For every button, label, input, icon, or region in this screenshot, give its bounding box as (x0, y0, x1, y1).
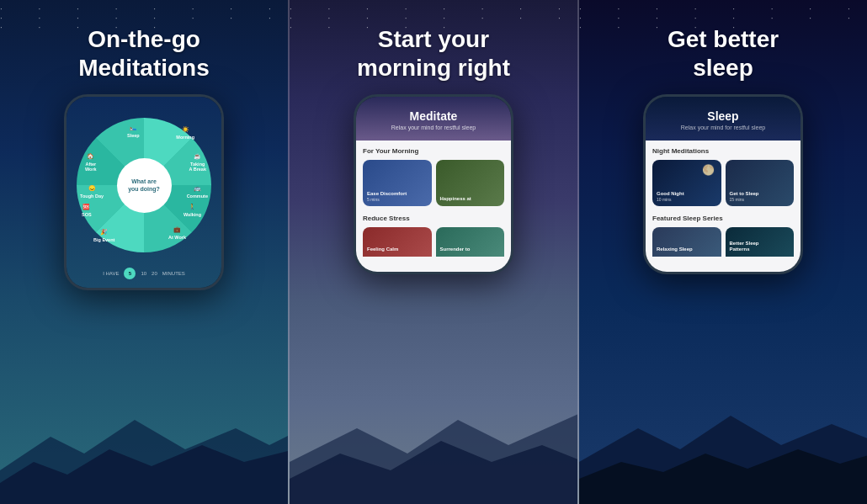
sleep-series-title: Featured Sleep Series (652, 215, 794, 222)
wheel-label-sos[interactable]: 🆘SOS (82, 204, 92, 217)
card-happiness[interactable]: Happiness at (436, 160, 505, 206)
wheel-label-afterwork[interactable]: 🏠AfterWork (85, 153, 97, 172)
timer-10: 10 (141, 271, 146, 276)
meditate-subtitle: Relax your mind for restful sleep (364, 125, 503, 130)
phone-1: 🛌Sleep ☀️Morning ☕TakingA Break 🚌Commute (64, 94, 224, 290)
panel-2-title: Start your morning right (340, 25, 527, 82)
card-good-night-label: Good Night (657, 191, 684, 197)
meditate-body: For Your Morning Ease Discomfort 5 mins … (356, 141, 511, 272)
card-relaxing-sleep[interactable]: Relaxing Sleep (652, 227, 721, 257)
phone-2: Meditate Relax your mind for restful sle… (354, 94, 513, 274)
timer-row: I HAVE 5 10 20 MINUTES (71, 261, 217, 288)
panel-morning: Start your morning right Meditate Relax … (288, 0, 579, 504)
panel-meditations: On-the-go Meditations 🛌Sleep ☀️Morning (0, 0, 288, 504)
timer-suffix: MINUTES (162, 271, 185, 276)
card-better-sleep[interactable]: Better Sleep Patterns (726, 227, 795, 257)
timer-5[interactable]: 5 (124, 268, 136, 279)
sleep-body: Night Meditations 🌕 Good Night 10 mins G… (646, 141, 801, 272)
wheel-label-toughday[interactable]: 😞Tough Day (80, 185, 104, 199)
wheel-label-taking[interactable]: ☕TakingA Break (189, 153, 206, 172)
night-med-title: Night Meditations (652, 147, 794, 155)
morning-cards: Ease Discomfort 5 mins Happiness at (363, 160, 504, 206)
card-good-night-duration: 10 mins (657, 197, 684, 202)
landscape-silhouette (290, 378, 579, 504)
card-better-sleep-label: Better Sleep Patterns (730, 241, 759, 252)
stress-cards: Feeling Calm Surrender to (363, 227, 504, 257)
wheel-center[interactable]: What areyou doing? (117, 158, 172, 213)
card-surrender-label: Surrender to (440, 247, 471, 252)
section-stress-title: Reduce Stress (363, 215, 504, 222)
wheel-label-sleep[interactable]: 🛌Sleep (127, 125, 140, 138)
card-feeling-calm[interactable]: Feeling Calm (363, 227, 432, 257)
card-relaxing-label: Relaxing Sleep (657, 247, 693, 252)
card-surrender[interactable]: Surrender to (436, 227, 505, 257)
wheel-center-text: What areyou doing? (128, 178, 160, 193)
night-mountain (579, 403, 867, 504)
mountain-silhouette (0, 403, 288, 504)
wheel-label-atwork[interactable]: 💼At Work (168, 226, 186, 240)
sleep-header: Sleep Relax your mind for restful sleep (646, 97, 801, 141)
wheel-label-commute[interactable]: 🚌Commute (187, 185, 208, 199)
wheel-label-bigevent[interactable]: 🎉Big Event (93, 229, 114, 242)
card-get-sleep-duration: 15 mins (730, 197, 759, 202)
phone-3: Sleep Relax your mind for restful sleep … (643, 94, 803, 274)
panel-1-title: On-the-go Meditations (61, 25, 226, 82)
card-ease-duration: 5 mins (367, 197, 407, 202)
meditate-title: Meditate (364, 109, 503, 123)
timer-prefix: I HAVE (103, 271, 119, 276)
sleep-subtitle: Relax your mind for restful sleep (654, 125, 792, 130)
panel-3-title: Get better sleep (651, 25, 795, 82)
meditate-header: Meditate Relax your mind for restful sle… (356, 97, 511, 141)
card-ease-discomfort[interactable]: Ease Discomfort 5 mins (363, 160, 432, 206)
section-morning-title: For Your Morning (363, 147, 504, 155)
card-ease-label: Ease Discomfort (367, 191, 407, 197)
sleep-series-cards: Relaxing Sleep Better Sleep Patterns (652, 227, 794, 257)
card-good-night[interactable]: 🌕 Good Night 10 mins (652, 160, 721, 206)
wheel-label-morning[interactable]: ☀️Morning (176, 126, 194, 140)
wheel-label-walking[interactable]: 🚶Walking (184, 204, 201, 217)
card-get-to-sleep[interactable]: Get to Sleep 15 mins (726, 160, 795, 206)
card-calm-label: Feeling Calm (367, 247, 398, 252)
panel-sleep: Get better sleep Sleep Relax your mind f… (579, 0, 867, 504)
card-happiness-label: Happiness at (440, 196, 471, 202)
meditation-wheel[interactable]: 🛌Sleep ☀️Morning ☕TakingA Break 🚌Commute (77, 118, 211, 252)
night-cards: 🌕 Good Night 10 mins Get to Sleep 15 min… (652, 160, 794, 206)
sleep-title: Sleep (654, 109, 792, 123)
card-get-sleep-label: Get to Sleep (730, 191, 759, 197)
moon-icon: 🌕 (702, 164, 715, 176)
timer-20: 20 (152, 271, 157, 276)
